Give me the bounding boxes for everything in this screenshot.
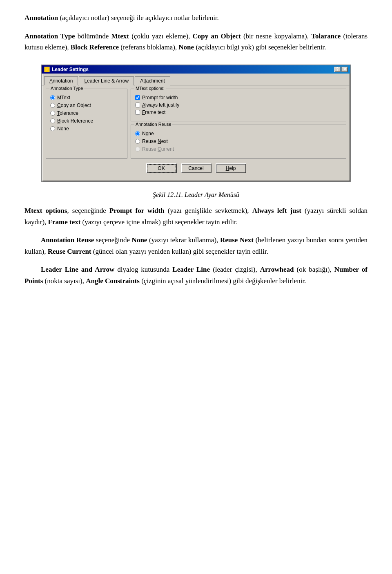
radio-copy-input[interactable] — [50, 103, 55, 108]
dialog-content: Annotation Type MText Copy an Object — [42, 85, 350, 181]
radio-reuse-none-input[interactable] — [135, 131, 140, 136]
radio-none-label: None — [57, 126, 69, 132]
caption-text: Şekil 12.11. Leader Ayar Menüsü — [153, 191, 239, 198]
mtext-options-title: MText options: — [134, 86, 166, 91]
angle-constraints-bold: Angle Constraints — [86, 277, 140, 285]
cb-frame-text-label: Frame text — [142, 109, 165, 115]
tab-attachment[interactable]: Attachment — [135, 76, 170, 85]
arrowhead-bold: Arrowhead — [260, 266, 294, 273]
close-title-button[interactable]: ✕ — [341, 67, 348, 72]
none-bold: None — [178, 43, 194, 51]
radio-reuse-next-label: Reuse Next — [142, 138, 168, 144]
p5-text2: (leader çizgisi), — [210, 266, 260, 273]
titlebar-buttons: ? ✕ — [334, 67, 348, 72]
dialog-inner: Annotation Type MText Copy an Object — [46, 89, 346, 159]
tab-leader-line[interactable]: Leader Line & Arrow — [79, 76, 134, 85]
radio-block-input[interactable] — [50, 118, 55, 123]
radio-tolerance-input[interactable] — [50, 111, 55, 116]
p2-text3: (bir nesne kopyalama), — [243, 32, 311, 40]
none-reuse-bold: None — [132, 236, 147, 244]
p4-text1: seçeneğinde — [94, 236, 131, 244]
reuse-current-bold: Reuse Current — [48, 248, 91, 255]
radio-reuse-none[interactable]: None — [135, 131, 342, 136]
frame-text-bold: Frame text — [48, 218, 81, 226]
annotation-reuse-bold: Annotation Reuse — [41, 236, 94, 244]
paragraph-2: Annotation Type bölümünde Mtext (çoklu y… — [24, 31, 368, 53]
annotation-reuse-group: Annotation Reuse None Reuse Next — [131, 125, 346, 159]
radio-block-label: Block Reference — [57, 118, 93, 124]
annotation-type-title: Annotation Type — [49, 86, 84, 91]
radio-tolerance-label: Tolerance — [57, 110, 78, 116]
tab-leader-label: Leader Line & Arrow — [84, 78, 129, 84]
dialog-buttons: OK Cancel Help — [46, 163, 346, 177]
right-panels: MText options: Prompt for width Always l… — [131, 89, 346, 159]
mtext-bold: Mtext — [111, 32, 129, 40]
ok-button[interactable]: OK — [146, 163, 177, 173]
tab-annotation[interactable]: Annotation — [44, 76, 78, 85]
dialog-tabs: Annotation Leader Line & Arrow Attachmen… — [42, 74, 350, 85]
p3-text1: , seçeneğinde — [67, 207, 109, 214]
cb-always-left[interactable]: Always left justify — [135, 102, 342, 108]
mtext-options-bold: Mtext options — [24, 207, 67, 214]
paragraph-3: Mtext options, seçeneğinde Prompt for wi… — [24, 205, 368, 228]
figure-caption: Şekil 12.11. Leader Ayar Menüsü — [24, 191, 368, 199]
reuse-next-bold: Reuse Next — [220, 236, 254, 244]
p5-text3: (ok başlığı), — [294, 266, 334, 273]
radio-reuse-next[interactable]: Reuse Next — [135, 138, 342, 144]
annotation-type-bold: Annotation Type — [24, 32, 75, 40]
leader-settings-dialog: ⚡ Leader Settings ? ✕ Annotation Leader … — [41, 65, 351, 182]
radio-mtext-input[interactable] — [50, 95, 55, 100]
annotation-bold: Annotation — [24, 14, 58, 22]
dialog-titlebar: ⚡ Leader Settings ? ✕ — [42, 65, 350, 74]
radio-tolerance[interactable]: Tolerance — [50, 110, 123, 116]
cb-prompt-width-input[interactable] — [135, 95, 140, 100]
radio-copy-label: Copy an Object — [57, 103, 91, 108]
radio-mtext-label: MText — [57, 95, 70, 101]
p2-text2: (çoklu yazı ekleme), — [131, 32, 192, 40]
radio-reuse-current[interactable]: Reuse Current — [135, 146, 342, 152]
p2-text1: bölümünde — [78, 32, 111, 40]
titlebar-left: ⚡ Leader Settings — [44, 67, 89, 72]
mtext-options-group: MText options: Prompt for width Always l… — [131, 89, 346, 121]
paragraph-5: Leader Line and Arrow diyalog kutusunda … — [24, 264, 368, 287]
p5-text5: (çizginin açısal yönlendirilmesi) gibi d… — [140, 277, 306, 285]
prompt-width-bold: Prompt for width — [109, 207, 165, 214]
cb-frame-text[interactable]: Frame text — [135, 109, 342, 115]
help-title-button[interactable]: ? — [334, 67, 341, 72]
radio-reuse-current-input[interactable] — [135, 147, 140, 152]
block-bold: Block Reference — [71, 43, 119, 51]
p5-text1: diyalog kutusunda — [114, 266, 172, 273]
cb-prompt-width[interactable]: Prompt for width — [135, 95, 342, 101]
tab-annotation-label: Annotation — [49, 78, 73, 84]
radio-none[interactable]: None — [50, 126, 123, 132]
cb-prompt-width-label: Prompt for width — [142, 95, 178, 101]
cb-frame-text-input[interactable] — [135, 110, 140, 115]
paragraph-1-text: (açıklayıcı notlar) seçeneği ile açıklay… — [60, 14, 218, 22]
always-left-bold: Always left just — [252, 207, 301, 214]
tolerance-bold: Tolarance — [311, 32, 341, 40]
p4-text2: (yazıyı tekrar kullanma), — [147, 236, 220, 244]
radio-reuse-none-label: None — [142, 131, 154, 136]
radio-reuse-next-input[interactable] — [135, 139, 140, 144]
annotation-reuse-title: Annotation Reuse — [134, 122, 172, 127]
radio-mtext[interactable]: MText — [50, 95, 123, 101]
dialog-title: Leader Settings — [52, 67, 89, 72]
p3-text4: (yazıyı çerçeve içine almak) gibi seçene… — [80, 218, 238, 226]
radio-block[interactable]: Block Reference — [50, 118, 123, 124]
p5-text4: (nokta sayısı), — [43, 277, 86, 285]
cancel-button[interactable]: Cancel — [181, 163, 212, 173]
radio-reuse-current-label: Reuse Current — [142, 146, 174, 152]
cb-always-left-label: Always left justify — [142, 102, 179, 108]
p2-text5: (referans bloklama), — [120, 43, 178, 51]
dialog-wrapper: ⚡ Leader Settings ? ✕ Annotation Leader … — [24, 65, 368, 182]
radio-copy[interactable]: Copy an Object — [50, 103, 123, 108]
copy-bold: Copy an Object — [193, 32, 241, 40]
tab-attachment-label: Attachment — [140, 78, 165, 84]
help-button[interactable]: Help — [216, 163, 246, 173]
radio-none-input[interactable] — [50, 126, 55, 131]
leader-line-bold: Leader Line — [172, 266, 210, 273]
cb-always-left-input[interactable] — [135, 103, 140, 107]
annotation-type-group: Annotation Type MText Copy an Object — [46, 89, 127, 159]
leader-line-arrow-bold: Leader Line and Arrow — [41, 266, 114, 273]
paragraph-4: Annotation Reuse seçeneğinde None (yazıy… — [24, 235, 368, 257]
